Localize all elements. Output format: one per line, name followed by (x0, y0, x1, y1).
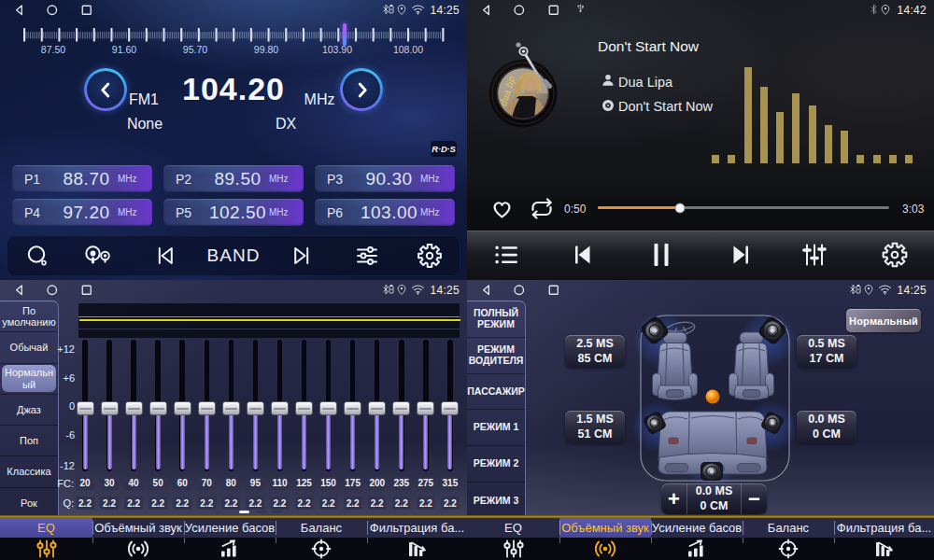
preset-button-p1[interactable]: P188.70MHz (12, 165, 152, 192)
artist-name: Dua Lipa (618, 75, 672, 90)
eq-band-knob[interactable] (101, 401, 119, 415)
settings-button[interactable] (417, 244, 443, 269)
tab-filter[interactable]: Фильтрация ба... (834, 518, 934, 538)
scan-button[interactable] (25, 244, 50, 268)
preset-button-p5[interactable]: P5102.50MHz (163, 199, 304, 226)
previous-track-button[interactable] (570, 242, 598, 268)
eq-preset-5[interactable]: Классика (0, 456, 58, 487)
eq-band-knob[interactable] (198, 401, 216, 415)
preset-button-p3[interactable]: P390.30MHz (315, 165, 455, 192)
preset-unit: MHz (269, 174, 304, 184)
next-track-button[interactable] (726, 242, 754, 268)
eq-settings-button[interactable] (354, 244, 380, 268)
delay-cm: 85 CM (578, 352, 613, 366)
progress-bar[interactable] (598, 206, 889, 209)
progress-knob[interactable] (674, 203, 685, 213)
tab-icon-balance[interactable] (743, 538, 834, 560)
delay-front-right-button[interactable]: 0.5 MS 17 CM (797, 335, 856, 368)
balance-icon (777, 539, 800, 559)
next-station-button[interactable] (288, 244, 314, 268)
eq-band-fill (83, 413, 88, 469)
preset-button-p2[interactable]: P289.50MHz (163, 165, 304, 192)
playlist-button[interactable] (493, 243, 519, 267)
preset-button-p4[interactable]: P497.20MHz (12, 199, 152, 226)
total-time: 3:03 (902, 203, 924, 216)
tab-filter[interactable]: Фильтрация ба... (367, 518, 467, 538)
equalizer-button[interactable] (800, 242, 828, 268)
tab-icon-surround-sound[interactable] (92, 538, 184, 560)
delay-rear-left-button[interactable]: 1.5 MS 51 CM (565, 411, 625, 443)
tab-balance[interactable]: Баланс (743, 518, 834, 538)
tab-icon-balance[interactable] (276, 538, 367, 560)
eq-band-knob[interactable] (149, 401, 167, 415)
fc-value: 70 (198, 477, 217, 490)
eq-band-knob[interactable] (344, 401, 361, 415)
tab-equalizer[interactable]: EQ (0, 518, 92, 538)
listening-position-ball[interactable] (706, 390, 720, 404)
delay-cm: 0 CM (700, 499, 729, 514)
tab-icon-filter[interactable] (367, 538, 467, 560)
tab-equalizer[interactable]: EQ (467, 518, 559, 538)
back-button[interactable] (13, 284, 26, 297)
tab-balance[interactable]: Баланс (276, 518, 367, 538)
settings-button[interactable] (882, 242, 908, 268)
tab-icon-filter[interactable] (834, 538, 934, 560)
eq-preset-2[interactable]: Нормальный (0, 364, 58, 395)
eq-band-knob[interactable] (319, 401, 337, 415)
previous-icon (153, 244, 179, 268)
eq-band-knob[interactable] (271, 401, 289, 415)
bass-boost-icon (686, 539, 708, 559)
favorite-button[interactable] (489, 196, 515, 221)
preset-button-p6[interactable]: P6103.00MHz (315, 199, 455, 226)
recents-button[interactable] (80, 284, 93, 297)
preset-frequency: 90.30 (358, 169, 420, 189)
eq-preset-6[interactable]: Рок (0, 488, 58, 519)
eq-band-knob[interactable] (368, 401, 386, 415)
increase-button[interactable]: + (661, 483, 686, 514)
eq-band-knob[interactable] (247, 401, 264, 415)
tab-bass-boost[interactable]: Усиление басов (651, 518, 743, 538)
eq-band-knob[interactable] (77, 401, 94, 415)
preset-frequency: 103.00 (358, 203, 420, 223)
previous-station-button[interactable] (153, 244, 179, 268)
broadcast-button[interactable] (82, 244, 112, 269)
tab-icon-equalizer[interactable] (0, 538, 92, 560)
band-button[interactable]: BAND (207, 245, 261, 266)
gear-icon (882, 242, 908, 268)
tab-icon-surround-sound[interactable] (559, 538, 651, 560)
eq-band-knob[interactable] (417, 401, 434, 415)
repeat-button[interactable] (527, 196, 557, 221)
tune-down-button[interactable] (84, 68, 127, 111)
tab-icon-bass-boost[interactable] (184, 538, 276, 560)
eq-band-knob[interactable] (441, 401, 459, 415)
decrease-button[interactable]: − (742, 483, 767, 514)
tab-bass-boost[interactable]: Усиление басов (184, 518, 276, 538)
pause-button[interactable] (650, 242, 672, 268)
eq-band-knob[interactable] (222, 401, 240, 415)
fc-row-label: FC: (57, 478, 74, 489)
fc-value: 175 (344, 477, 362, 490)
page-indicator (272, 511, 282, 513)
car-stereo-composite: 14:25 87.5091.6095.7099.80103.90108.00 F… (0, 0, 934, 560)
home-button[interactable] (46, 284, 59, 297)
q-value: 2.2 (368, 497, 387, 510)
delay-front-left-button[interactable]: 2.5 MS 85 CM (565, 335, 625, 368)
eq-band-knob[interactable] (392, 401, 410, 415)
tune-up-button[interactable] (340, 68, 383, 111)
tab-icon-bass-boost[interactable] (651, 538, 743, 560)
tab-surround-sound[interactable]: Объёмный звук (92, 518, 184, 538)
eq-preset-0[interactable]: По умолчанию (0, 301, 58, 332)
eq-curve-panel (78, 303, 460, 338)
eq-preset-1[interactable]: Обычай (0, 332, 58, 363)
eq-preset-3[interactable]: Джаз (0, 395, 58, 426)
tab-icon-equalizer[interactable] (467, 538, 559, 560)
eq-curve-grid-line (78, 329, 460, 329)
q-value: 2.2 (417, 497, 435, 510)
eq-band-knob[interactable] (125, 401, 143, 415)
eq-band-knob[interactable] (295, 401, 313, 415)
delay-rear-right-button[interactable]: 0.0 MS 0 CM (797, 411, 856, 443)
radio-toolbar: BAND (7, 235, 460, 276)
eq-band-knob[interactable] (174, 401, 191, 415)
eq-preset-4[interactable]: Поп (0, 426, 58, 456)
tab-surround-sound[interactable]: Объёмный звук (559, 518, 651, 538)
